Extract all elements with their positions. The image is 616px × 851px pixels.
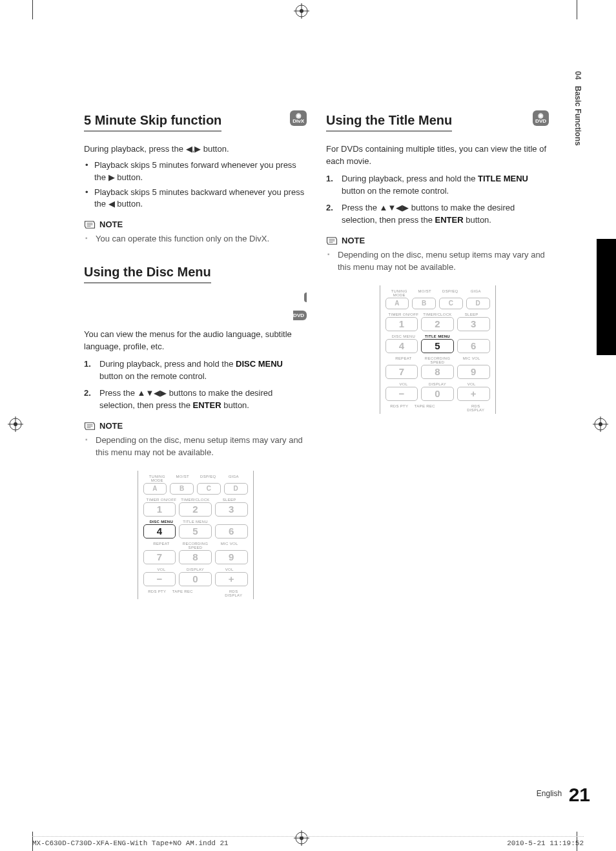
dvd-badge-icon: DVD bbox=[533, 110, 549, 126]
remote-button: 4 bbox=[385, 339, 418, 353]
chapter-side-tab: 04 Basic Functions bbox=[573, 71, 591, 149]
footer-language: English bbox=[537, 789, 562, 798]
remote-button: D bbox=[224, 483, 248, 495]
registration-mark-icon bbox=[294, 3, 309, 19]
step-item: 2.Press the ▲▼◀▶ buttons to make the des… bbox=[326, 202, 549, 227]
note-label: NOTE bbox=[99, 220, 123, 229]
remote-illustration-title-menu: TUNING MODEMO/STDSP/EQGIGAABCDTIMER ON/O… bbox=[326, 285, 549, 414]
note-item: Depending on the disc, menu setup items … bbox=[326, 249, 549, 274]
prepress-slug: MX-C630D-C730D-XFA-ENG-With Tape+NO AM.i… bbox=[32, 836, 584, 847]
thumb-index-bar bbox=[597, 239, 616, 355]
remote-button: C bbox=[439, 298, 463, 309]
crop-mark bbox=[577, 0, 577, 19]
remote-illustration-disc-menu: TUNING MODEMO/STDSP/EQGIGAABCDTIMER ON/O… bbox=[84, 471, 307, 599]
remote-button: 8 bbox=[179, 550, 212, 564]
intro-text: For DVDs containing multiple titles, you… bbox=[326, 143, 549, 168]
note-item: Depending on the disc, menu setup items … bbox=[84, 435, 307, 459]
page-footer: English 21 bbox=[537, 784, 590, 806]
remote-button: 6 bbox=[457, 339, 490, 353]
remote-button: 5 bbox=[421, 339, 454, 353]
remote-button: 7 bbox=[143, 550, 176, 564]
svg-point-1 bbox=[300, 9, 303, 13]
chapter-title: Basic Functions bbox=[573, 86, 582, 146]
registration-mark-icon bbox=[593, 416, 608, 432]
note-label: NOTE bbox=[99, 421, 123, 431]
step-item: 1.During playback, press and hold the TI… bbox=[326, 173, 549, 198]
remote-button: − bbox=[385, 387, 418, 401]
svg-point-5 bbox=[14, 422, 17, 426]
note-icon bbox=[84, 220, 96, 229]
section-title-menu: Using the Title Menu DVD For DVDs contai… bbox=[326, 113, 549, 414]
bullet-item: Playback skips 5 minutes forward wheneve… bbox=[84, 159, 307, 184]
remote-button: A bbox=[143, 483, 167, 495]
remote-button: 0 bbox=[179, 572, 212, 586]
step-item: 2.Press the ▲▼◀▶ buttons to make the des… bbox=[84, 387, 307, 412]
note-icon bbox=[326, 236, 338, 245]
intro-text: You can view the menus for the audio lan… bbox=[84, 329, 307, 353]
section-5min-skip: 5 Minute Skip function DivX During playb… bbox=[84, 113, 307, 245]
step-text: During playback, press and hold the TITL… bbox=[342, 174, 528, 196]
step-item: 1.During playback, press and hold the DI… bbox=[84, 358, 307, 383]
remote-button: C bbox=[197, 483, 221, 495]
right-column: Using the Title Menu DVD For DVDs contai… bbox=[326, 113, 549, 606]
intro-text: During playback, press the ◀,▶ button. bbox=[84, 143, 307, 156]
remote-button: B bbox=[412, 298, 436, 309]
crop-mark bbox=[32, 0, 33, 19]
remote-button: 8 bbox=[421, 365, 454, 379]
remote-button: 1 bbox=[143, 502, 176, 517]
remote-button: − bbox=[143, 572, 176, 586]
remote-button: 1 bbox=[385, 317, 418, 331]
section-disc-menu: Using the Disc Menu DVD You can view the… bbox=[84, 265, 307, 599]
remote-button: B bbox=[170, 483, 194, 495]
divx-badge-icon: DivX bbox=[290, 110, 307, 126]
note-icon bbox=[84, 422, 96, 431]
section-heading: Using the Disc Menu bbox=[84, 265, 211, 283]
note-heading: NOTE bbox=[326, 236, 549, 245]
indd-timestamp: 2010-5-21 11:19:52 bbox=[507, 839, 584, 847]
remote-button: A bbox=[385, 298, 409, 309]
dvd-badge-icon: DVD bbox=[84, 292, 307, 320]
remote-button: 6 bbox=[215, 524, 248, 538]
remote-button: 5 bbox=[179, 524, 212, 538]
remote-button: 3 bbox=[457, 317, 490, 331]
page-content: 5 Minute Skip function DivX During playb… bbox=[84, 113, 549, 606]
note-label: NOTE bbox=[342, 236, 365, 245]
remote-button: 9 bbox=[457, 365, 490, 379]
remote-button: 9 bbox=[215, 550, 248, 564]
remote-button: + bbox=[457, 387, 490, 401]
remote-button: 2 bbox=[179, 502, 212, 517]
remote-button: 7 bbox=[385, 365, 418, 379]
remote-button: 2 bbox=[421, 317, 454, 331]
section-heading: Using the Title Menu bbox=[326, 113, 452, 132]
remote-button: 0 bbox=[421, 387, 454, 401]
step-text: During playback, press and hold the DISC… bbox=[99, 359, 283, 381]
note-heading: NOTE bbox=[84, 421, 307, 431]
remote-button: D bbox=[466, 298, 490, 309]
remote-button: + bbox=[215, 572, 248, 586]
note-item: You can operate this function only on th… bbox=[84, 233, 307, 245]
footer-page-number: 21 bbox=[569, 784, 590, 805]
note-heading: NOTE bbox=[84, 220, 307, 229]
section-heading: 5 Minute Skip function bbox=[84, 113, 221, 132]
registration-mark-icon bbox=[8, 416, 23, 432]
chapter-number: 04 bbox=[573, 71, 582, 79]
indd-file: MX-C630D-C730D-XFA-ENG-With Tape+NO AM.i… bbox=[32, 839, 229, 847]
left-column: 5 Minute Skip function DivX During playb… bbox=[84, 113, 307, 606]
remote-button: 3 bbox=[215, 502, 248, 517]
step-text: Press the ▲▼◀▶ buttons to make the desir… bbox=[99, 388, 272, 410]
bullet-item: Playback skips 5 minutes backward whenev… bbox=[84, 187, 307, 211]
svg-point-7 bbox=[599, 422, 602, 426]
step-text: Press the ▲▼◀▶ buttons to make the desir… bbox=[342, 203, 515, 225]
remote-button: 4 bbox=[143, 524, 176, 538]
